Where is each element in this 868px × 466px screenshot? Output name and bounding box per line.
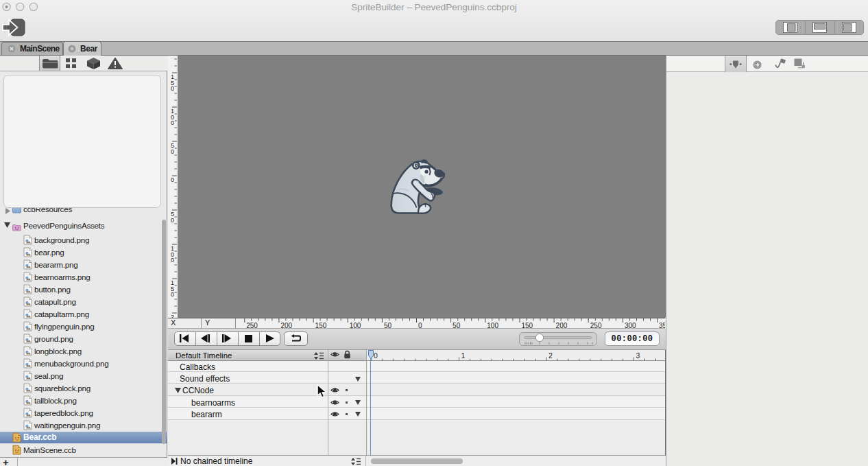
svg-text:100: 100 bbox=[487, 322, 498, 329]
svg-text:3: 3 bbox=[636, 351, 640, 360]
svg-text:300: 300 bbox=[625, 322, 636, 329]
svg-text:50: 50 bbox=[453, 322, 461, 329]
svg-text:350: 350 bbox=[659, 322, 665, 329]
svg-text:200: 200 bbox=[280, 322, 292, 329]
svg-text:100: 100 bbox=[350, 322, 361, 329]
svg-text:50: 50 bbox=[384, 322, 392, 329]
svg-text:0: 0 bbox=[171, 119, 174, 126]
svg-text:150: 150 bbox=[315, 322, 327, 329]
svg-text:0: 0 bbox=[171, 176, 174, 183]
svg-text:0: 0 bbox=[171, 217, 174, 224]
svg-text:0: 0 bbox=[171, 257, 174, 264]
svg-text:200: 200 bbox=[556, 322, 568, 329]
svg-text:1: 1 bbox=[461, 351, 466, 360]
svg-text:0: 0 bbox=[374, 351, 378, 360]
svg-text:2: 2 bbox=[548, 351, 553, 360]
svg-text:0: 0 bbox=[171, 85, 174, 92]
svg-text:0: 0 bbox=[418, 322, 422, 329]
svg-text:250: 250 bbox=[590, 322, 602, 329]
svg-text:250: 250 bbox=[246, 322, 258, 329]
svg-text:0: 0 bbox=[171, 148, 174, 155]
svg-text:150: 150 bbox=[522, 322, 533, 329]
svg-text:0: 0 bbox=[171, 291, 174, 298]
